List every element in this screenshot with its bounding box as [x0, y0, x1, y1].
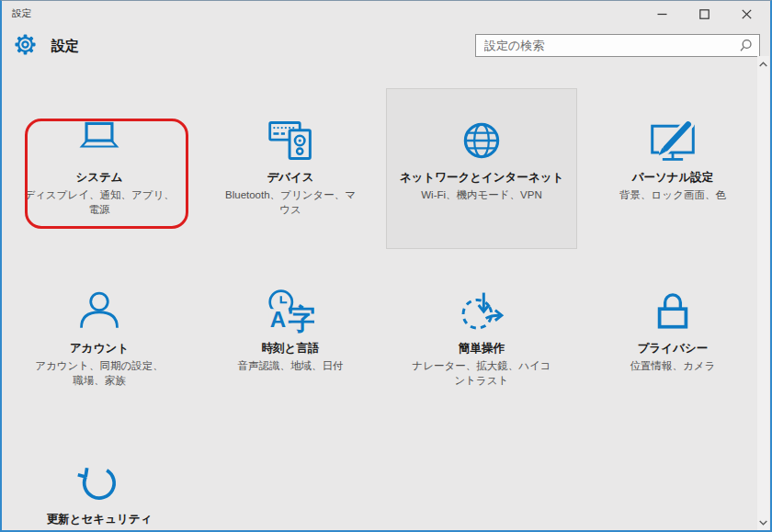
search-icon	[739, 39, 753, 52]
tile-accounts[interactable]: アカウント アカウント、同期の設定、 職場、家族	[4, 259, 195, 420]
tile-title: パーソナル設定	[632, 170, 714, 186]
tile-title: アカウント	[70, 341, 129, 357]
tile-title: 時刻と言語	[262, 341, 320, 357]
tile-title: ネットワークとインターネット	[400, 170, 564, 186]
close-button[interactable]	[725, 1, 767, 28]
tile-personalization[interactable]: パーソナル設定 背景、ロック画面、色	[577, 88, 768, 249]
maximize-icon	[699, 9, 710, 19]
tile-subtitle: 背景、ロック画面、色	[619, 187, 726, 202]
keyboard-speaker-icon	[267, 117, 314, 164]
minimize-button[interactable]	[641, 1, 683, 28]
clock-language-icon: A 字	[267, 288, 314, 335]
search-input[interactable]	[482, 38, 739, 53]
tile-devices[interactable]: デバイス Bluetooth、プリンター、マ ウス	[195, 88, 386, 249]
tile-subtitle: Wi-Fi、機内モード、VPN	[421, 187, 542, 202]
svg-text:字: 字	[288, 303, 314, 334]
page-title: 設定	[51, 38, 79, 55]
gear-icon	[15, 34, 36, 55]
monitor-pen-icon	[649, 117, 697, 164]
tile-subtitle: ディスプレイ、通知、アプリ、 電源	[24, 187, 174, 217]
svg-text:A: A	[270, 307, 286, 332]
tile-subtitle: 音声認識、地域、日付	[238, 358, 344, 373]
tile-title: 簡単操作	[459, 341, 505, 357]
close-icon	[742, 9, 752, 19]
person-icon	[75, 288, 123, 335]
ease-of-access-icon	[458, 288, 505, 335]
scroll-up-button[interactable]	[757, 58, 769, 70]
tile-title: デバイス	[267, 170, 313, 186]
window-title: 設定	[12, 7, 31, 20]
laptop-icon	[75, 117, 123, 164]
tile-subtitle: Bluetooth、プリンター、マ ウス	[225, 187, 356, 217]
settings-window: 設定	[0, 0, 772, 532]
tile-network[interactable]: ネットワークとインターネット Wi-Fi、機内モード、VPN	[386, 88, 577, 249]
tile-system[interactable]: システム ディスプレイ、通知、アプリ、 電源	[4, 88, 195, 249]
globe-icon	[458, 117, 505, 164]
tile-subtitle: アカウント、同期の設定、 職場、家族	[35, 358, 164, 388]
lock-icon	[649, 288, 697, 335]
chevron-down-icon	[759, 520, 767, 526]
window-controls	[641, 1, 767, 28]
maximize-button[interactable]	[683, 1, 725, 28]
chevron-up-icon	[759, 62, 767, 67]
tile-title: 更新とセキュリティ	[47, 512, 153, 527]
search-box	[475, 34, 760, 57]
tile-time-language[interactable]: A 字 時刻と言語 音声認識、地域、日付	[195, 259, 386, 420]
refresh-icon	[75, 458, 123, 506]
tile-subtitle: 位置情報、カメラ	[630, 358, 716, 373]
tile-privacy[interactable]: プライバシー 位置情報、カメラ	[577, 259, 768, 420]
minimize-icon	[657, 9, 667, 19]
tile-ease-of-access[interactable]: 簡単操作 ナレーター、拡大鏡、ハイコ ントラスト	[386, 259, 577, 420]
tile-update-security[interactable]: 更新とセキュリティ Windows Update、回復	[4, 430, 195, 532]
scrollbar[interactable]	[757, 56, 769, 530]
tile-subtitle: ナレーター、拡大鏡、ハイコ ントラスト	[412, 358, 551, 388]
settings-tile-grid: システム ディスプレイ、通知、アプリ、 電源 デバイス	[4, 88, 768, 532]
tile-title: プライバシー	[638, 341, 708, 357]
scroll-down-button[interactable]	[757, 516, 769, 528]
tile-title: システム	[75, 170, 122, 186]
